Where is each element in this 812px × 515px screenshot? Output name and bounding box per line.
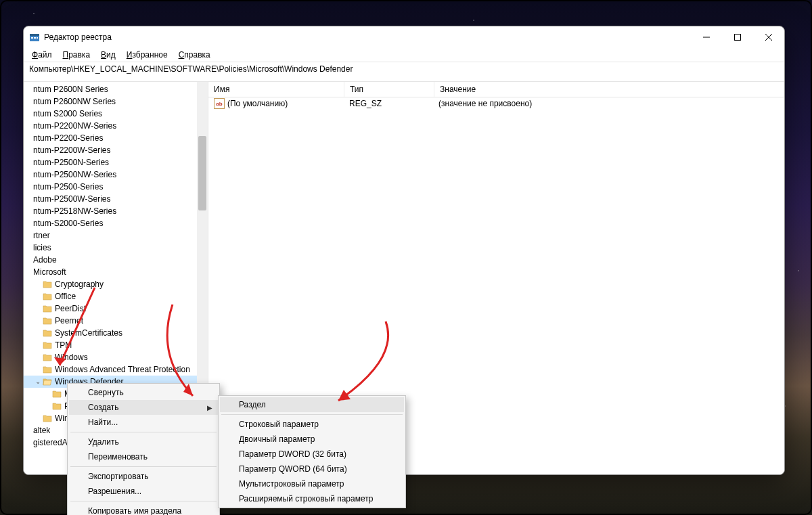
address-bar[interactable]: Компьютер\HKEY_LOCAL_MACHINE\SOFTWARE\Po… xyxy=(24,62,784,82)
context-submenu-new: Раздел Строковый параметр Двоичный парам… xyxy=(218,395,406,508)
col-value[interactable]: Значение xyxy=(434,82,784,97)
svg-rect-3 xyxy=(34,37,36,39)
tree-item-label: ntum P2600N Series xyxy=(33,83,108,95)
tree-item-label: ntum-P2500-Series xyxy=(33,181,103,193)
tree-item-label: Microsoft xyxy=(33,266,66,278)
svg-rect-1 xyxy=(30,34,39,36)
minimize-button[interactable] xyxy=(691,26,722,48)
values-header[interactable]: Имя Тип Значение xyxy=(208,82,784,97)
maximize-button[interactable] xyxy=(722,26,753,48)
close-button[interactable] xyxy=(753,26,784,48)
ctx-export[interactable]: Экспортировать xyxy=(69,469,218,484)
tree-item-label: Peernet xyxy=(55,315,83,327)
tree-item[interactable]: Windows xyxy=(24,351,208,363)
ctx-permissions[interactable]: Разрешения... xyxy=(69,484,218,499)
svg-rect-4 xyxy=(37,37,38,39)
tree-item[interactable]: Adobe xyxy=(24,254,208,266)
folder-icon xyxy=(43,305,52,313)
tree-item[interactable]: ntum S2000 Series xyxy=(24,108,208,120)
tree-item-label: Cryptography xyxy=(55,278,104,290)
tree-item[interactable]: SystemCertificates xyxy=(24,327,208,339)
tree-item-label: ntum S2000 Series xyxy=(33,108,102,120)
tree-item-label: altek xyxy=(33,424,50,436)
tree-item[interactable]: Microsoft xyxy=(24,266,208,278)
ctx-new-dword[interactable]: Параметр DWORD (32 бита) xyxy=(220,447,404,462)
folder-icon xyxy=(43,353,52,361)
tree-item-label: rtner xyxy=(33,229,50,242)
titlebar[interactable]: Редактор реестра xyxy=(24,26,784,48)
chevron-down-icon[interactable]: ⌄ xyxy=(33,376,43,388)
tree-item[interactable]: ntum-P2200W-Series xyxy=(24,144,208,156)
tree-item[interactable]: rtner xyxy=(24,229,208,242)
ctx-new-qword[interactable]: Параметр QWORD (64 бита) xyxy=(220,462,404,476)
menu-edit[interactable]: Правка xyxy=(59,49,95,61)
col-name[interactable]: Имя xyxy=(208,82,344,97)
tree-item[interactable]: ntum-P2500N-Series xyxy=(24,156,208,169)
ctx-find[interactable]: Найти... xyxy=(69,415,218,430)
tree-item[interactable]: ntum-P2500NW-Series xyxy=(24,169,208,181)
tree-item[interactable]: TPM xyxy=(24,339,208,351)
folder-icon xyxy=(43,365,52,374)
value-row-default[interactable]: ab (По умолчанию) REG_SZ (значение не пр… xyxy=(208,97,784,110)
value-data: (значение не присвоено) xyxy=(433,99,784,108)
folder-icon xyxy=(43,378,52,386)
ctx-new-string[interactable]: Строковый параметр xyxy=(220,417,404,432)
tree-item-label: Windows xyxy=(55,351,88,363)
tree-item-label: licies xyxy=(33,242,51,254)
menu-view[interactable]: Вид xyxy=(97,49,120,61)
folder-icon xyxy=(52,390,62,398)
ctx-delete[interactable]: Удалить xyxy=(69,434,218,449)
value-name: (По умолчанию) xyxy=(227,99,288,108)
ctx-new-key[interactable]: Раздел xyxy=(220,397,404,412)
submenu-arrow-icon: ▶ xyxy=(207,404,212,411)
folder-icon xyxy=(43,292,52,300)
folder-icon xyxy=(43,414,52,422)
tree-item-label: TPM xyxy=(55,339,72,351)
ctx-new-expandstring[interactable]: Расширяемый строковый параметр xyxy=(220,491,404,506)
tree-item[interactable]: licies xyxy=(24,242,208,254)
ctx-new[interactable]: Создать ▶ xyxy=(69,400,218,415)
tree-item[interactable]: ntum-P2200NW-Series xyxy=(24,120,208,132)
ctx-collapse[interactable]: Свернуть xyxy=(69,385,218,400)
desktop-wallpaper: Редактор реестра Файл Правка Вид Избранн… xyxy=(0,0,812,515)
tree-item-label: ntum-P2200-Series xyxy=(33,132,103,144)
tree-item[interactable]: ntum-P2500-Series xyxy=(24,181,208,193)
tree-item[interactable]: ntum P2600N Series xyxy=(24,83,208,95)
folder-icon xyxy=(52,402,62,410)
menu-favorites[interactable]: Избранное xyxy=(122,49,172,61)
tree-item-label: ntum-P2200NW-Series xyxy=(33,120,116,132)
menu-file[interactable]: Файл xyxy=(28,49,56,61)
tree-item-label: ntum-P2518NW-Series xyxy=(33,205,116,217)
tree-item[interactable]: PeerDist xyxy=(24,303,208,315)
tree-item-label: ntum-P2500W-Series xyxy=(33,193,111,205)
tree-item[interactable]: ntum-P2518NW-Series xyxy=(24,205,208,217)
tree-item[interactable]: Cryptography xyxy=(24,278,208,290)
tree-item-label: gisteredAr xyxy=(33,436,70,449)
ctx-copy-key-name[interactable]: Копировать имя раздела xyxy=(69,503,218,515)
folder-icon xyxy=(43,317,52,325)
tree-item[interactable]: ntum-S2000-Series xyxy=(24,217,208,229)
menu-help[interactable]: Справка xyxy=(175,49,215,61)
tree-item-label: ntum-P2500NW-Series xyxy=(33,169,116,181)
tree-item-label: SystemCertificates xyxy=(55,327,122,339)
tree-item-label: ntum P2600NW Series xyxy=(33,95,116,108)
tree-item[interactable]: ntum-P2200-Series xyxy=(24,132,208,144)
svg-rect-2 xyxy=(31,37,33,39)
tree-item[interactable]: Windows Advanced Threat Protection xyxy=(24,363,208,376)
svg-rect-6 xyxy=(735,35,741,41)
tree-item[interactable]: ntum-P2500W-Series xyxy=(24,193,208,205)
col-type[interactable]: Тип xyxy=(344,82,434,97)
tree-item[interactable]: ntum P2600NW Series xyxy=(24,95,208,108)
ctx-new-binary[interactable]: Двоичный параметр xyxy=(220,432,404,447)
tree-item-label: ntum-S2000-Series xyxy=(33,217,103,229)
scrollbar-thumb[interactable] xyxy=(198,136,206,210)
tree-item[interactable]: Peernet xyxy=(24,315,208,327)
ctx-new-multistring[interactable]: Мультистроковый параметр xyxy=(220,476,404,491)
value-type: REG_SZ xyxy=(344,99,433,108)
tree-item[interactable]: Office xyxy=(24,290,208,303)
tree-item-label: PeerDist xyxy=(55,303,86,315)
folder-icon xyxy=(43,329,52,337)
ctx-rename[interactable]: Переименовать xyxy=(69,449,218,464)
context-menu: Свернуть Создать ▶ Найти... Удалить Пере… xyxy=(67,383,220,515)
tree-item-label: Adobe xyxy=(33,254,57,266)
